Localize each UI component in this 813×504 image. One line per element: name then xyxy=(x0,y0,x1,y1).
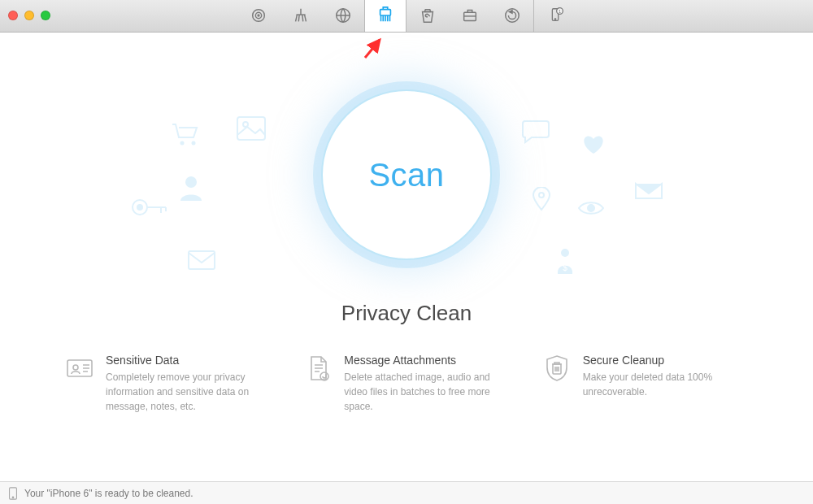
target-icon xyxy=(250,7,267,24)
feature-message-attachments: Message Attachments Delete attached imag… xyxy=(303,354,509,414)
svg-text:$: $ xyxy=(563,263,567,272)
eye-icon xyxy=(577,199,605,217)
phone-badge-icon: 1 xyxy=(546,7,564,24)
svg-text:1: 1 xyxy=(558,9,560,14)
svg-rect-13 xyxy=(237,117,265,140)
trash-icon xyxy=(419,7,437,24)
file-attach-icon xyxy=(303,354,333,383)
key-icon xyxy=(130,195,167,219)
page-title: Privacy Clean xyxy=(0,301,813,326)
svg-point-28 xyxy=(12,497,14,498)
svg-point-17 xyxy=(185,176,197,188)
svg-point-11 xyxy=(180,141,185,146)
feature-title: Message Attachments xyxy=(344,354,509,367)
toolbar-item-clean[interactable] xyxy=(280,0,322,32)
svg-point-24 xyxy=(73,365,78,370)
person-icon xyxy=(179,175,203,201)
svg-point-16 xyxy=(137,205,142,210)
svg-point-15 xyxy=(133,200,147,215)
brush-icon xyxy=(292,7,310,24)
toolbar-item-trash[interactable] xyxy=(406,0,449,32)
svg-point-21 xyxy=(561,249,569,257)
minimize-window-button[interactable] xyxy=(24,11,34,20)
scan-button[interactable]: Scan xyxy=(321,89,492,260)
scan-button-label: Scan xyxy=(368,157,444,193)
svg-point-8 xyxy=(554,19,555,20)
envelope-icon xyxy=(187,248,216,271)
window-titlebar: 1 xyxy=(0,0,813,33)
feature-desc: Delete attached image, audio and video f… xyxy=(344,370,509,414)
svg-rect-4 xyxy=(380,10,391,15)
feature-secure-cleanup: Secure Cleanup Make your deleted data 10… xyxy=(542,354,748,414)
toolbar-item-refresh[interactable] xyxy=(491,0,533,32)
main-panel: $ Scan Privacy Clean Sensitive Data Comp… xyxy=(0,33,813,481)
feature-desc: Completely remove your privacy informati… xyxy=(106,370,271,414)
shredder-icon xyxy=(376,7,394,24)
svg-point-19 xyxy=(539,193,544,198)
money-icon: $ xyxy=(553,248,577,274)
status-text: Your "iPhone 6" is ready to be cleaned. xyxy=(24,488,193,499)
feature-title: Secure Cleanup xyxy=(583,354,748,367)
pin-icon xyxy=(533,187,550,211)
status-bar: Your "iPhone 6" is ready to be cleaned. xyxy=(0,481,813,504)
chat-icon xyxy=(520,118,550,144)
toolbar-item-toolbox[interactable] xyxy=(449,0,491,32)
svg-point-20 xyxy=(588,205,594,211)
scan-button-wrap: Scan xyxy=(321,89,492,260)
toolbar-item-target[interactable] xyxy=(237,0,280,32)
svg-point-2 xyxy=(258,15,259,16)
feature-desc: Make your deleted data 100% unrecoverabl… xyxy=(583,370,748,399)
device-icon xyxy=(8,487,18,500)
id-card-icon xyxy=(65,354,94,383)
svg-point-14 xyxy=(243,122,248,127)
window-controls xyxy=(8,11,50,20)
briefcase-icon xyxy=(461,7,479,24)
photo-icon xyxy=(236,115,267,141)
toolbar-item-privacy[interactable] xyxy=(364,0,406,32)
mail-icon xyxy=(634,179,663,202)
toolbar-item-internet[interactable] xyxy=(322,0,364,32)
toolbar-item-device[interactable]: 1 xyxy=(533,0,576,32)
refresh-icon xyxy=(503,7,521,24)
svg-point-12 xyxy=(192,141,196,146)
zoom-window-button[interactable] xyxy=(41,11,50,20)
svg-rect-18 xyxy=(189,251,215,269)
feature-row: Sensitive Data Completely remove your pr… xyxy=(65,354,748,414)
feature-sensitive-data: Sensitive Data Completely remove your pr… xyxy=(65,354,271,414)
heart-icon xyxy=(581,134,606,155)
feature-title: Sensitive Data xyxy=(106,354,271,367)
globe-icon xyxy=(334,7,352,24)
close-window-button[interactable] xyxy=(8,11,18,20)
shield-trash-icon xyxy=(542,354,572,383)
top-toolbar: 1 xyxy=(237,0,576,32)
cart-icon xyxy=(171,122,200,146)
